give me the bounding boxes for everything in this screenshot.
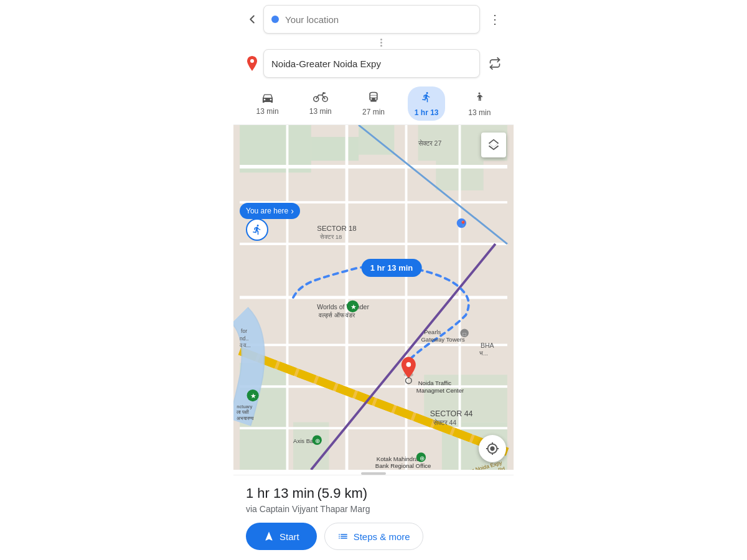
svg-text:⊕: ⊕	[420, 455, 425, 462]
tab-rideshare-label: 13 min	[468, 108, 491, 117]
svg-text:भ...: भ...	[479, 350, 488, 357]
svg-text:वर्ल्ड्स ऑफ वंडर: वर्ल्ड्स ऑफ वंडर	[318, 312, 355, 319]
svg-text:Managmet Center: Managmet Center	[416, 387, 464, 394]
steps-icon	[337, 531, 349, 542]
search-area: ⋮	[233, 0, 514, 83]
svg-text:□: □	[463, 331, 466, 337]
transport-tabs: 13 min 13 min 27 min 1 hr 13	[233, 83, 514, 125]
start-label: Start	[280, 531, 299, 542]
origin-row: ⋮	[241, 5, 506, 34]
more-icon: ⋮	[489, 12, 501, 27]
origin-dot-icon	[271, 16, 279, 23]
map-svg: सेक्टर 27 Brahmaputra Market C BLO C ब्ल…	[233, 125, 514, 470]
bottom-panel: 1 hr 13 min (5.9 km) via Captain Vijyant…	[233, 475, 514, 560]
drive-icon	[261, 91, 275, 106]
svg-text:nctuary: nctuary	[237, 404, 252, 409]
more-options-button[interactable]: ⋮	[484, 8, 506, 30]
svg-text:व व...: व व...	[239, 342, 251, 348]
tab-bike[interactable]: 13 min	[302, 88, 339, 119]
svg-text:★: ★	[350, 303, 357, 310]
svg-point-3	[322, 92, 324, 94]
svg-text:SECTOR 18: SECTOR 18	[317, 225, 356, 232]
svg-text:SECTOR 44: SECTOR 44	[430, 409, 473, 418]
svg-text:सेक्टर 18: सेक्टर 18	[319, 233, 342, 240]
navigation-icon	[263, 531, 275, 542]
you-are-here-badge[interactable]: You are here	[240, 203, 300, 219]
transit-icon	[367, 91, 380, 106]
svg-text:Worlds of Wonder: Worlds of Wonder	[317, 303, 369, 310]
bike-icon	[313, 91, 328, 106]
you-are-here-label: You are here	[246, 207, 288, 215]
rideshare-icon	[474, 90, 485, 107]
steps-button[interactable]: Steps & more	[324, 523, 423, 550]
tab-transit[interactable]: 27 min	[355, 87, 392, 120]
route-distance: (5.9 km)	[317, 485, 368, 501]
destination-input-wrapper	[263, 49, 480, 78]
layers-icon	[487, 138, 500, 152]
swap-button[interactable]	[484, 52, 506, 75]
svg-text:for: for	[241, 328, 247, 334]
origin-input[interactable]	[285, 14, 472, 25]
origin-input-wrapper	[263, 5, 480, 34]
action-buttons: Start Steps & more	[246, 523, 501, 550]
svg-rect-7	[311, 137, 359, 161]
svg-text:Noida Traffic: Noida Traffic	[418, 380, 452, 386]
map-layers-button[interactable]	[481, 133, 506, 157]
destination-pin-icon	[246, 56, 258, 71]
route-divider	[256, 39, 506, 47]
svg-point-1	[314, 96, 319, 101]
svg-text:सेक्टर 27: सेक्टर 27	[418, 139, 442, 147]
tab-rideshare[interactable]: 13 min	[461, 86, 498, 121]
back-button[interactable]	[241, 8, 263, 30]
svg-text:BHA: BHA	[481, 342, 494, 349]
tab-drive[interactable]: 13 min	[249, 88, 286, 119]
destination-row	[241, 49, 506, 78]
svg-text:Bank Regional Office: Bank Regional Office	[375, 462, 431, 469]
app-container: ⋮	[233, 0, 514, 560]
svg-text:Gateway Towers: Gateway Towers	[421, 336, 465, 343]
svg-text:★: ★	[250, 392, 256, 399]
svg-text:Kotak Mahindra: Kotak Mahindra	[377, 455, 419, 462]
map-duration-label: 1 hr 13 min	[370, 263, 413, 273]
route-via: via Captain Vijyant Thapar Marg	[246, 504, 501, 514]
map-duration-badge[interactable]: 1 hr 13 min	[362, 259, 422, 277]
steps-label: Steps & more	[354, 531, 410, 542]
start-button[interactable]: Start	[246, 523, 317, 550]
tab-bike-label: 13 min	[309, 107, 332, 116]
svg-text:Pearls: Pearls	[424, 329, 441, 335]
swap-icon	[489, 57, 501, 70]
walk-indicator	[246, 218, 268, 241]
svg-text:nd..: nd..	[240, 335, 248, 342]
my-location-button[interactable]	[479, 435, 506, 462]
destination-input[interactable]	[271, 58, 472, 69]
svg-text:ला पक्षी: ला पक्षी	[236, 409, 249, 415]
tab-walk[interactable]: 1 hr 13	[408, 86, 445, 121]
tab-drive-label: 13 min	[256, 107, 279, 116]
my-location-icon	[486, 442, 499, 455]
svg-text:⊕: ⊕	[315, 437, 320, 444]
map-area: सेक्टर 27 Brahmaputra Market C BLO C ब्ल…	[233, 125, 514, 470]
walk-icon	[421, 90, 432, 107]
tab-walk-label: 1 hr 13	[415, 108, 439, 117]
svg-point-0	[250, 59, 254, 63]
svg-text:अभयारण्य: अभयारण्य	[237, 416, 254, 421]
svg-point-4	[479, 93, 481, 95]
svg-text:📍: 📍	[459, 220, 467, 228]
svg-point-72	[406, 362, 411, 367]
route-time: 1 hr 13 min	[246, 485, 314, 501]
tab-transit-label: 27 min	[362, 108, 385, 116]
svg-text:सेक्टर 44: सेक्टर 44	[433, 419, 457, 426]
